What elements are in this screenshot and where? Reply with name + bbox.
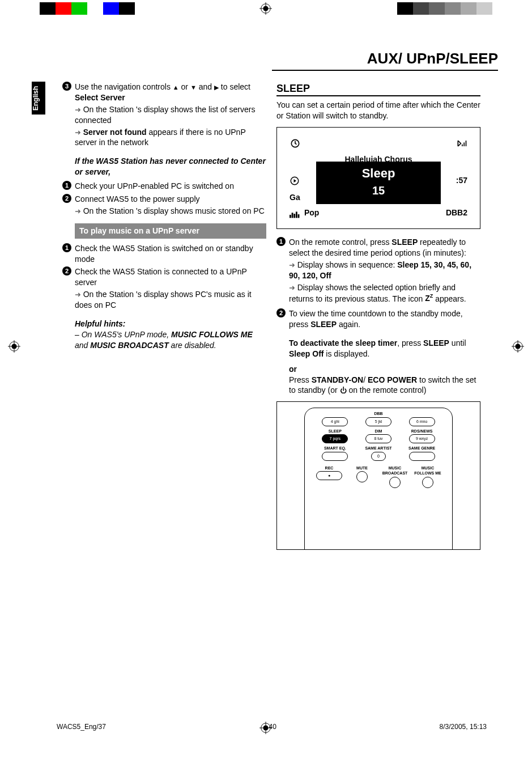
result-line: On the Station 's display shows music st… xyxy=(75,206,266,217)
color-swatches-left xyxy=(40,2,135,15)
remote-label: MUSIC FOLLOWS ME xyxy=(412,465,444,476)
remote-key: 9 wxyz xyxy=(409,434,435,443)
remote-label: DIM xyxy=(363,429,394,434)
text: Use the navigation controls xyxy=(75,82,173,91)
power-icon: ⏻ xyxy=(340,387,347,395)
text: Connect WAS5 to the power supply xyxy=(75,194,200,204)
footer-filename: WACS5_Eng/37 xyxy=(57,723,106,731)
up-triangle-icon: ▲ xyxy=(173,84,179,91)
remote-label: REC xyxy=(313,465,345,471)
svg-rect-21 xyxy=(298,214,300,218)
page-title: AUX/ UPnP/SLEEP xyxy=(272,50,498,71)
language-tab: English xyxy=(32,82,45,115)
text: or xyxy=(179,82,190,91)
device-display-illustration: Halleluiah Chorus :57 Ga Pop DBB2 Sleep … xyxy=(276,127,480,229)
right-column: SLEEP You can set a certain period of ti… xyxy=(276,82,480,550)
remote-label: DBB xyxy=(363,411,394,416)
remote-label: SAME ARTIST xyxy=(363,446,394,451)
lcd-genre: Pop xyxy=(304,208,319,217)
remote-key xyxy=(422,477,433,488)
down-triangle-icon: ▼ xyxy=(190,84,197,91)
lcd-time: :57 xyxy=(456,175,467,186)
lcd-overlay: Sleep 15 xyxy=(316,162,441,204)
remote-key: 4 ghi xyxy=(322,417,348,426)
remote-key xyxy=(409,452,435,461)
intro-text: You can set a certain period of time aft… xyxy=(276,100,480,121)
remote-label: MUSIC BROADCAST xyxy=(379,465,411,476)
result-line: On the Station 's display shows PC's mus… xyxy=(75,289,266,311)
svg-rect-20 xyxy=(296,211,297,218)
step-number-icon: 3 xyxy=(62,82,71,91)
deactivate-paragraph: To deactivate the sleep timer, press SLE… xyxy=(276,338,480,359)
svg-rect-14 xyxy=(463,142,465,146)
print-marks-top xyxy=(0,0,532,17)
svg-rect-18 xyxy=(292,213,293,218)
left-column: 3 Use the navigation controls ▲ or ▼ and… xyxy=(62,82,266,351)
result-line: Display shows the selected option briefl… xyxy=(289,282,480,304)
remote-key xyxy=(389,477,401,488)
result-line: Display shows in sequence: Sleep 15, 30,… xyxy=(289,260,480,281)
remote-key: 0 xyxy=(371,452,386,461)
remote-key: ● xyxy=(316,471,342,480)
remote-key: 6 mno xyxy=(409,417,435,426)
remote-label: MUTE xyxy=(346,465,378,471)
remote-key-sleep: 7 pqrs xyxy=(322,434,348,443)
clock-icon xyxy=(290,138,301,152)
equalizer-icon xyxy=(290,208,302,217)
remote-label: SLEEP xyxy=(319,429,351,434)
text: Check your UPnP-enabled PC is switched o… xyxy=(75,181,266,192)
result-line: On the Station 's display shows the list… xyxy=(75,104,266,126)
remote-label: RDS/NEWS xyxy=(406,429,438,434)
gray-swatches-right xyxy=(397,2,492,15)
step-number-icon: 1 xyxy=(276,237,286,246)
hints: Helpful hints: – On WAS5's UPnP mode, MU… xyxy=(62,319,266,351)
svg-rect-17 xyxy=(290,215,291,218)
step-number-icon: 1 xyxy=(62,243,71,252)
or-label: or xyxy=(276,364,480,375)
lcd-dbb: DBB2 xyxy=(446,207,467,218)
svg-rect-13 xyxy=(462,145,463,146)
step-number-icon: 2 xyxy=(62,194,71,203)
right-triangle-icon: ▶ xyxy=(214,84,219,91)
remote-key: 5 jkl xyxy=(365,417,391,426)
overlay-value: 15 xyxy=(316,183,441,198)
step-2: 2 Check the WAS5 Station is connected to… xyxy=(62,266,266,311)
register-mark-icon xyxy=(259,2,272,15)
play-icon xyxy=(290,175,300,186)
text: to select xyxy=(219,82,250,91)
remote-key xyxy=(356,471,368,482)
register-mark-icon xyxy=(8,340,20,353)
step-number-icon: 2 xyxy=(276,308,286,317)
remote-key: 8 tuv xyxy=(365,434,391,443)
svg-rect-15 xyxy=(466,141,467,146)
signal-icon xyxy=(456,138,467,152)
step-1: 1 Check your UPnP-enabled PC is switched… xyxy=(62,181,266,192)
section-heading: SLEEP xyxy=(276,82,480,96)
or-paragraph: Press STANDBY-ON/ ECO POWER to switch th… xyxy=(276,375,480,396)
step-2: 2 To view the time countdown to the stan… xyxy=(276,308,480,330)
subheading: If the WAS5 Station has never connected … xyxy=(62,156,266,177)
hints-label: Helpful hints: xyxy=(75,319,125,328)
text: Check the WAS5 Station is connected to a… xyxy=(75,267,247,287)
step-1: 1 Check the WAS5 Station is switched on … xyxy=(62,243,266,265)
text: and xyxy=(197,82,214,91)
step-2: 2 Connect WAS5 to the power supply On th… xyxy=(62,194,266,217)
step-3: 3 Use the navigation controls ▲ or ▼ and… xyxy=(62,82,266,148)
lcd-artist: Ga xyxy=(290,192,300,203)
svg-rect-19 xyxy=(293,214,295,218)
remote-label: SMART EQ. xyxy=(319,446,351,451)
manual-page: English AUX/ UPnP/SLEEP 3 Use the naviga… xyxy=(0,0,532,767)
step-1: 1 On the remote control, press SLEEP rep… xyxy=(276,237,480,304)
register-mark-icon xyxy=(259,722,272,734)
remote-label: SAME GENRE xyxy=(406,446,438,451)
text: Check the WAS5 Station is switched on or… xyxy=(75,243,266,265)
step-number-icon: 1 xyxy=(62,181,71,190)
footer-date: 8/3/2005, 15:13 xyxy=(440,723,487,731)
result-line: Server not found appears if there is no … xyxy=(75,127,266,149)
bold-text: Select Server xyxy=(75,93,125,102)
section-heading-box: To play music on a UPnP server xyxy=(75,223,266,239)
step-number-icon: 2 xyxy=(62,266,71,276)
overlay-title: Sleep xyxy=(316,165,441,182)
remote-illustration: 4 ghi DBB5 jkl 6 mno SLEEP7 pqrs DIM8 tu… xyxy=(276,401,480,550)
register-mark-icon xyxy=(512,340,524,353)
